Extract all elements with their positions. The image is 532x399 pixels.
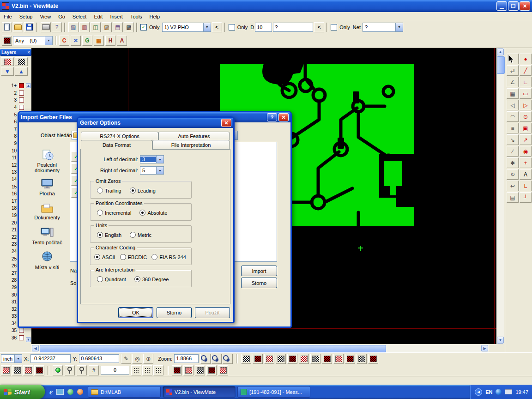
origin-icon[interactable]: ◎ [132, 354, 142, 364]
layers-panel-titlebar[interactable]: Layers × [0, 49, 31, 56]
move-tool-icon[interactable]: ⇄ [507, 65, 519, 76]
close-icon[interactable]: × [27, 50, 30, 55]
measure-draw-icon[interactable]: ✎ [121, 354, 131, 364]
dot-grid-icon[interactable] [153, 365, 163, 375]
radio-360-degree[interactable]: 360 Degree [134, 276, 169, 282]
window-titlebar[interactable]: V2.bin - ViewMate ▁ ❐ ✕ [0, 0, 532, 12]
snap-grid-icon[interactable]: # [89, 365, 99, 375]
close-button[interactable]: ✕ [520, 1, 530, 11]
pattern-icon[interactable] [322, 354, 332, 364]
menu-item-help[interactable]: Help [146, 13, 164, 20]
menu-item-go[interactable]: Go [54, 13, 69, 20]
bracket-tool-icon[interactable]: ┘ [520, 192, 532, 203]
pattern-icon[interactable] [299, 354, 309, 364]
tile-icon[interactable] [23, 365, 33, 375]
layer-row[interactable]: 4 [1, 104, 27, 111]
dcode-query-input[interactable]: ? [273, 23, 313, 32]
chevron-down-icon[interactable]: ▼ [203, 23, 211, 31]
highlight-dcode-icon[interactable]: ▥ [79, 22, 90, 32]
tile-icon[interactable] [34, 365, 44, 375]
right-of-decimal-combo[interactable]: 5 ▼ [140, 166, 164, 175]
pattern-icon[interactable] [206, 365, 217, 375]
units-combo[interactable]: inch ▼ [1, 354, 22, 363]
pattern-icon[interactable] [333, 354, 344, 364]
pattern-icon[interactable] [241, 354, 251, 364]
only-net-checkbox[interactable] [331, 24, 337, 30]
slice-tool-icon[interactable]: ∕ [507, 146, 519, 157]
swap-icon[interactable]: ✕ [71, 36, 81, 46]
circle-tool-icon[interactable]: ⊙ [520, 111, 532, 122]
close-icon[interactable]: ✕ [278, 113, 289, 121]
language-indicator[interactable]: EN [485, 389, 492, 395]
pattern-icon[interactable] [276, 354, 286, 364]
pattern-icon[interactable] [218, 365, 228, 375]
chevron-down-icon[interactable]: ▼ [395, 23, 403, 31]
left-of-decimal-combo[interactable]: 3 ▼ [140, 155, 164, 163]
measure-icon[interactable]: ▤ [113, 22, 123, 32]
radio-button-icon[interactable] [134, 276, 140, 282]
donut-tool-icon[interactable]: ◉ [520, 146, 532, 157]
layer-list-scroll-down[interactable]: ▼ [26, 337, 31, 342]
add-tool-icon[interactable]: + [520, 157, 532, 168]
cancel-button[interactable]: Storno [157, 307, 192, 318]
open-file-icon[interactable] [13, 22, 23, 32]
frame-tool-icon[interactable]: ▣ [520, 123, 532, 133]
probe-icon[interactable] [65, 365, 75, 375]
taskbar-item-viewmate[interactable]: V2.bin - ViewMate [163, 386, 236, 398]
layer-row[interactable]: 2 [1, 90, 27, 97]
tab-file-interpretation[interactable]: File Interpretation [152, 140, 230, 149]
radio-button-icon[interactable] [130, 187, 136, 193]
layer-up-icon[interactable]: ▲ [15, 67, 28, 76]
dimension-tool-icon[interactable]: L [520, 181, 532, 191]
pattern-icon[interactable] [264, 354, 274, 364]
save-icon[interactable] [24, 22, 34, 32]
taskbar-item-message[interactable]: [191-482-091] - Mess... [237, 386, 310, 398]
layer-color-swatch[interactable] [19, 335, 24, 340]
tab-data-format[interactable]: Data Format [81, 140, 152, 150]
context-help-icon[interactable]: ? [52, 22, 62, 32]
network-tray-icon[interactable] [496, 389, 502, 395]
radio-leading[interactable]: Leading [130, 187, 156, 193]
radio-trailing[interactable]: Trailing [97, 187, 121, 193]
messenger-icon[interactable] [67, 389, 73, 395]
file-combo[interactable]: 1) V2.PHO ▼ [162, 23, 211, 32]
radio-ascii[interactable]: ASCII [94, 254, 115, 260]
tile-icon[interactable] [12, 365, 22, 375]
taskbar-item-mlab[interactable]: D:\MLAB [88, 386, 161, 398]
layer-row[interactable]: 1+ [1, 82, 27, 90]
layer-color-swatch[interactable] [19, 105, 24, 110]
import-cancel-button[interactable]: Storno [241, 278, 277, 288]
pattern-icon[interactable] [345, 354, 355, 364]
scroll-left-icon[interactable]: ◀ [32, 345, 39, 351]
corner-tool-icon[interactable]: ∟ [520, 77, 532, 87]
select-area-icon[interactable]: ▧ [68, 22, 79, 32]
net-combo[interactable]: ? ▼ [363, 23, 403, 32]
layer-grid-icon[interactable] [1, 57, 14, 66]
layer-color-swatch[interactable] [19, 83, 24, 88]
radio-metric[interactable]: Metric [130, 232, 151, 238]
help-icon[interactable]: ? [267, 113, 277, 121]
pattern-icon[interactable] [368, 354, 378, 364]
tray-collapse-icon[interactable]: ◀ [475, 388, 482, 396]
place-documents[interactable]: Dokumenty [25, 202, 69, 220]
text-tool-icon[interactable]: A [520, 169, 532, 180]
vertical-scrollbar[interactable]: ▲ ▼ [496, 48, 504, 344]
keyboard-tray-icon[interactable] [505, 389, 512, 394]
center-view-icon[interactable]: ⊕ [143, 354, 153, 364]
radio-button-icon[interactable] [97, 276, 103, 282]
menu-item-tools[interactable]: Tools [127, 13, 146, 20]
browser-icon[interactable] [77, 389, 83, 395]
radio-button-icon[interactable] [97, 187, 103, 193]
pattern-icon[interactable] [183, 365, 193, 375]
new-file-icon[interactable] [2, 22, 12, 32]
rect-tool-icon[interactable]: ▭ [520, 88, 532, 99]
step-counter[interactable]: 0 [101, 366, 129, 375]
tab-rs274x-options[interactable]: RS274-X Options [81, 132, 158, 140]
tile-icon[interactable] [1, 365, 11, 375]
radio-quadrant[interactable]: Quadrant [97, 276, 126, 282]
scroll-up-icon[interactable]: ▲ [497, 48, 504, 55]
pattern-icon[interactable] [357, 354, 367, 364]
layer-selector-combo[interactable]: Any (U) ▼ [13, 36, 53, 45]
status-light-icon[interactable] [53, 365, 63, 375]
radio-ebcdic[interactable]: EBCDIC [120, 254, 147, 260]
